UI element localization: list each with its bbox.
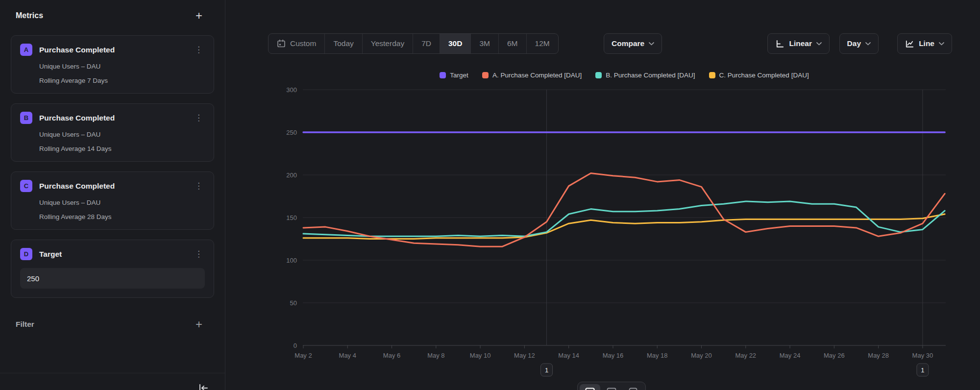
metric-badge-d: D	[20, 248, 32, 260]
card-view-icon	[628, 388, 638, 390]
add-metric-button[interactable]: +	[189, 11, 209, 21]
series-line-a	[303, 173, 945, 247]
sidebar-footer	[0, 373, 225, 390]
chart-view-button[interactable]	[580, 384, 600, 390]
metric-menu-icon[interactable]: ⋮	[193, 181, 205, 191]
metric-card-a[interactable]: A Purchase Completed ⋮ Unique Users – DA…	[11, 35, 214, 94]
filter-title: Filter	[16, 320, 34, 329]
x-tick-label: May 22	[735, 352, 756, 359]
metric-badge-b: B	[20, 112, 32, 124]
metric-measurement: Unique Users – DAU	[39, 63, 205, 70]
metric-rolling-average: Rolling Average 14 Days	[39, 145, 205, 152]
metric-measurement: Unique Users – DAU	[39, 199, 205, 206]
x-tick-label: May 14	[558, 352, 579, 359]
target-value-input[interactable]	[20, 268, 205, 289]
y-tick-label: 50	[290, 299, 297, 307]
metric-menu-icon[interactable]: ⋮	[193, 249, 205, 259]
x-tick-label: May 18	[647, 352, 668, 359]
target-card[interactable]: D Target ⋮	[11, 240, 214, 298]
chart-panel: CustomTodayYesterday7D30D3M6M12M Compare…	[225, 0, 980, 390]
filter-section: Filter +	[16, 319, 209, 329]
sidebar-title: Metrics	[16, 11, 43, 20]
annotation-badge-label: 1	[921, 366, 924, 374]
x-tick-label: May 12	[514, 352, 535, 359]
x-tick-label: May 24	[780, 352, 801, 359]
metrics-sidebar: Metrics + A Purchase Completed ⋮ Unique …	[0, 0, 225, 390]
metric-title: Purchase Completed	[39, 182, 193, 191]
metric-badge-a: A	[20, 44, 32, 56]
line-chart: 050100150200250300May 2May 4May 6May 8Ma…	[225, 0, 980, 390]
collapse-left-icon	[197, 383, 209, 390]
metric-title: Purchase Completed	[39, 114, 193, 122]
x-tick-label: May 4	[339, 352, 356, 359]
annotation-badge-label: 1	[545, 366, 548, 374]
sidebar-header: Metrics +	[16, 11, 209, 21]
y-tick-label: 150	[286, 214, 297, 221]
y-tick-label: 300	[286, 86, 297, 94]
x-tick-label: May 26	[824, 352, 845, 359]
view-toggle-group	[577, 382, 646, 390]
metric-card-b[interactable]: B Purchase Completed ⋮ Unique Users – DA…	[11, 103, 214, 162]
metric-title: Purchase Completed	[39, 46, 193, 54]
x-tick-label: May 16	[603, 352, 624, 359]
metric-menu-icon[interactable]: ⋮	[193, 113, 205, 123]
x-tick-label: May 28	[868, 352, 889, 359]
y-tick-label: 250	[286, 129, 297, 136]
card-view-button[interactable]	[623, 384, 643, 390]
add-filter-button[interactable]: +	[189, 319, 209, 329]
metric-menu-icon[interactable]: ⋮	[193, 45, 205, 55]
target-title: Target	[39, 250, 193, 259]
metric-badge-c: C	[20, 180, 32, 192]
x-tick-label: May 2	[294, 352, 312, 359]
x-tick-label: May 6	[383, 352, 400, 359]
y-tick-label: 100	[286, 257, 297, 264]
metric-rolling-average: Rolling Average 7 Days	[39, 77, 205, 84]
metric-rolling-average: Rolling Average 28 Days	[39, 213, 205, 220]
metric-measurement: Unique Users – DAU	[39, 131, 205, 138]
y-tick-label: 0	[294, 342, 297, 349]
collapse-sidebar-button[interactable]	[197, 383, 209, 390]
table-view-button[interactable]	[601, 384, 622, 390]
x-tick-label: May 30	[912, 352, 933, 359]
metric-card-c[interactable]: C Purchase Completed ⋮ Unique Users – DA…	[11, 171, 214, 230]
x-tick-label: May 8	[427, 352, 444, 359]
x-tick-label: May 20	[691, 352, 712, 359]
x-tick-label: May 10	[470, 352, 491, 359]
table-view-icon	[607, 388, 616, 390]
y-tick-label: 200	[286, 171, 297, 179]
chart-view-icon	[585, 388, 595, 390]
